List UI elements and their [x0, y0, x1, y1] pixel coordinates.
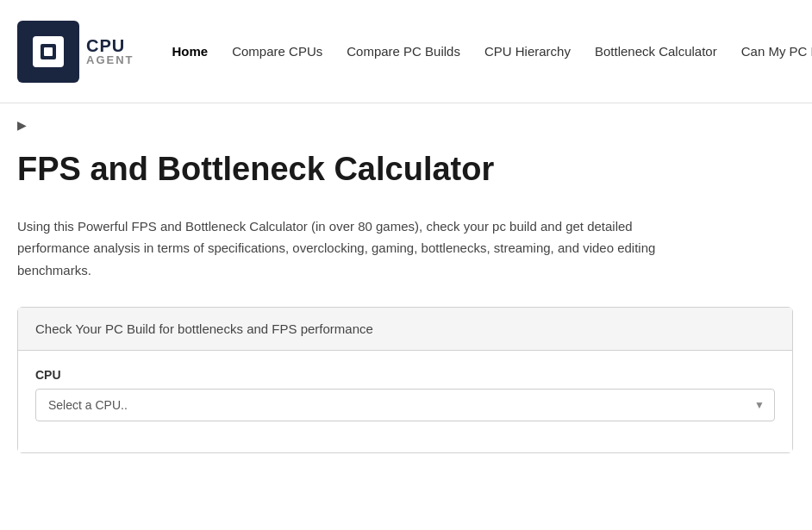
card-body: CPU Select a CPU.. Intel Core i9-14900K …	[18, 351, 792, 452]
main-content: FPS and Bottleneck Calculator Using this…	[0, 133, 812, 471]
logo-box	[17, 21, 79, 83]
cpu-form-group: CPU Select a CPU.. Intel Core i9-14900K …	[35, 368, 775, 421]
nav-item-compare-builds[interactable]: Compare PC Builds	[334, 37, 472, 65]
logo-icon	[26, 29, 71, 74]
main-nav: Home Compare CPUs Compare PC Builds CPU …	[160, 37, 813, 66]
nav-item-can-run[interactable]: Can My PC Run AAA Games?	[729, 37, 812, 65]
breadcrumb-arrow-icon[interactable]: ▶	[17, 118, 27, 132]
logo-agent: AGENT	[86, 54, 134, 65]
cpu-select[interactable]: Select a CPU.. Intel Core i9-14900K Inte…	[35, 389, 775, 421]
logo-cpu: CPU	[86, 37, 134, 54]
logo-text: CPU AGENT	[86, 37, 134, 65]
nav-item-home[interactable]: Home	[160, 37, 221, 65]
logo[interactable]: CPU AGENT	[17, 21, 134, 83]
card-header: Check Your PC Build for bottlenecks and …	[18, 308, 792, 351]
page-description: Using this Powerful FPS and Bottleneck C…	[17, 215, 707, 282]
chip-icon	[33, 36, 64, 67]
nav-item-bottleneck[interactable]: Bottleneck Calculator	[583, 37, 729, 65]
calculator-card: Check Your PC Build for bottlenecks and …	[17, 307, 793, 453]
page-title: FPS and Bottleneck Calculator	[17, 150, 795, 190]
cpu-select-wrapper: Select a CPU.. Intel Core i9-14900K Inte…	[35, 389, 775, 421]
nav-item-cpu-hierarchy[interactable]: CPU Hierarchy	[472, 37, 583, 65]
breadcrumb: ▶	[0, 103, 812, 133]
header: CPU AGENT Home Compare CPUs Compare PC B…	[0, 0, 812, 103]
nav-item-compare-cpus[interactable]: Compare CPUs	[220, 37, 334, 65]
cpu-label: CPU	[35, 368, 775, 382]
